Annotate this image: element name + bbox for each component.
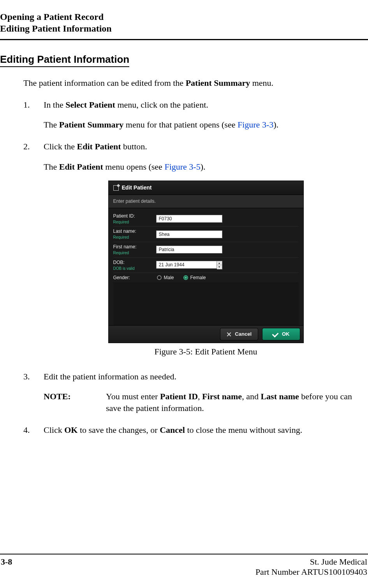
edit-icon <box>113 185 119 191</box>
hint-last-name: Required <box>113 235 156 240</box>
close-icon <box>227 332 231 337</box>
radio-male-dot <box>157 275 162 280</box>
intro-prefix: The patient information can be edited fr… <box>23 78 186 88</box>
label-first-name: First name: <box>113 244 137 250</box>
ok-button-label: OK <box>282 331 290 338</box>
step-3-note: NOTE: You must enter Patient ID, First n… <box>44 391 368 414</box>
footer-rule <box>0 554 368 554</box>
label-dob: DOB: <box>113 260 125 265</box>
footer-part-number: Part Number ARTUS100109403 <box>255 567 367 577</box>
label-last-name: Last name: <box>113 228 136 234</box>
header-line-1: Opening a Patient Record <box>0 11 368 23</box>
step-1-line-1: In the Select Patient menu, click on the… <box>44 99 368 111</box>
radio-female-label: Female <box>190 275 206 281</box>
dob-field-wrap: ▲ ▼ <box>156 261 222 269</box>
radio-female[interactable]: Female <box>183 275 206 281</box>
row-gender: Gender: Male Female <box>113 273 299 282</box>
intro-bold: Patient Summary <box>186 78 250 88</box>
dialog-spacer <box>113 282 299 325</box>
step-2-line-1: Click the Edit Patient button. <box>44 141 368 152</box>
gender-radio-group: Male Female <box>156 275 206 281</box>
step-4-number: 4. <box>23 424 44 436</box>
step-2-line-2: The Edit Patient menu opens (see Figure … <box>44 161 368 173</box>
row-last-name: Last name: Required <box>113 226 299 242</box>
running-header: Opening a Patient Record Editing Patient… <box>0 11 368 43</box>
step-1: 1. In the Select Patient menu, click on … <box>23 99 368 131</box>
footer-right: St. Jude Medical Part Number ARTUS100109… <box>255 557 367 577</box>
dialog-titlebar: Edit Patient <box>109 181 303 195</box>
input-last-name[interactable] <box>156 230 222 238</box>
section-heading-text: Editing Patient Information <box>0 53 129 67</box>
dialog-body: Patient ID: Required Last name: Required <box>109 208 303 326</box>
hint-patient-id: Required <box>113 220 156 225</box>
cancel-button[interactable]: Cancel <box>220 328 258 340</box>
step-4: 4. Click OK to save the changes, or Canc… <box>23 424 368 436</box>
dob-spin-up[interactable]: ▲ <box>217 261 222 265</box>
step-1-number: 1. <box>23 99 44 131</box>
dob-spin-down[interactable]: ▼ <box>217 265 222 269</box>
label-patient-id: Patient ID: <box>113 213 135 219</box>
input-first-name[interactable] <box>156 246 222 253</box>
step-2: 2. Click the Edit Patient button. The Ed… <box>23 141 368 361</box>
figure-caption: Figure 3-5: Edit Patient Menu <box>155 346 257 358</box>
dialog-subtitle: Enter patient details. <box>109 195 303 208</box>
figure-3-3-link[interactable]: Figure 3-3 <box>238 120 273 129</box>
intro-suffix: menu. <box>250 78 273 88</box>
page-number: 3-8 <box>1 557 12 577</box>
note-label: NOTE: <box>44 391 106 414</box>
edit-patient-dialog: Edit Patient Enter patient details. Pati… <box>109 181 303 343</box>
dob-spinner: ▲ ▼ <box>217 261 222 269</box>
step-3-number: 3. <box>23 371 44 414</box>
footer-company: St. Jude Medical <box>255 557 367 567</box>
check-icon <box>272 331 279 338</box>
step-4-line-1: Click OK to save the changes, or Cancel … <box>44 424 368 436</box>
label-gender: Gender: <box>113 275 130 280</box>
hint-dob: DOB is valid <box>113 266 156 271</box>
input-dob[interactable] <box>156 261 217 269</box>
row-first-name: First name: Required <box>113 242 299 257</box>
radio-male[interactable]: Male <box>157 275 174 281</box>
hint-first-name: Required <box>113 250 156 256</box>
note-body: You must enter Patient ID, First name, a… <box>106 391 368 414</box>
input-patient-id[interactable] <box>156 215 222 223</box>
cancel-button-label: Cancel <box>235 331 252 338</box>
step-2-number: 2. <box>23 141 44 361</box>
radio-male-label: Male <box>164 275 174 281</box>
header-line-2: Editing Patient Information <box>0 23 368 34</box>
radio-female-dot <box>183 275 188 280</box>
dialog-title: Edit Patient <box>122 184 152 191</box>
step-3-line-1: Edit the patient information as needed. <box>44 371 368 383</box>
figure-3-5-link[interactable]: Figure 3-5 <box>164 162 200 172</box>
step-3: 3. Edit the patient information as neede… <box>23 371 368 414</box>
step-1-line-2: The Patient Summary menu for that patien… <box>44 119 368 131</box>
section-heading: Editing Patient Information <box>0 53 368 67</box>
page-footer: 3-8 St. Jude Medical Part Number ARTUS10… <box>0 554 368 577</box>
dialog-footer: Cancel OK <box>109 325 303 343</box>
row-dob: DOB: DOB is valid ▲ ▼ <box>113 257 299 273</box>
intro-paragraph: The patient information can be edited fr… <box>23 77 368 89</box>
figure-3-5: Edit Patient Enter patient details. Pati… <box>44 181 368 357</box>
row-patient-id: Patient ID: Required <box>113 211 299 227</box>
header-rule <box>0 39 368 40</box>
ok-button[interactable]: OK <box>262 328 300 340</box>
